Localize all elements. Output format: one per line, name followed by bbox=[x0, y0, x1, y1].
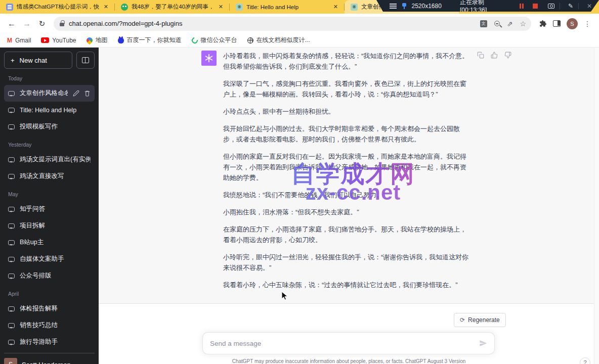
chat-bubble-icon bbox=[8, 223, 15, 229]
lock-icon[interactable] bbox=[60, 23, 64, 26]
share-icon[interactable]: ⇗ bbox=[507, 20, 513, 28]
regenerate-button[interactable]: ⟳ Regenerate bbox=[454, 313, 506, 327]
address-bar[interactable]: chat.openai.com/?model=gpt-4-plugins 文 ⇗… bbox=[54, 17, 531, 31]
sidebar-item[interactable]: 鸡汤文直接改写 bbox=[4, 168, 95, 185]
wechat-icon bbox=[121, 4, 128, 11]
forward-button[interactable]: → bbox=[20, 19, 33, 28]
bookmarks-bar: MGmail YouTube 地图 百度一下，你就知道 微信公众平台 在线文档相… bbox=[0, 33, 599, 48]
tab-title: 情感类ChatGPT核心提示词，快 bbox=[17, 3, 99, 11]
sidebar-item[interactable]: B站up主 bbox=[4, 234, 95, 251]
browser-tab-1[interactable]: 情感类ChatGPT核心提示词，快 ✕ bbox=[0, 0, 114, 14]
chatgpt-avatar bbox=[201, 51, 217, 66]
close-icon[interactable]: ✕ bbox=[103, 4, 109, 10]
user-avatar: S bbox=[4, 358, 17, 364]
edit-pencil-icon[interactable] bbox=[73, 90, 79, 97]
sidebar-item[interactable]: 自媒体文案助手 bbox=[4, 251, 95, 267]
zoom-out-icon[interactable] bbox=[494, 21, 500, 26]
user-name: Scott Henderson bbox=[22, 361, 71, 364]
chat-bubble-icon bbox=[8, 306, 15, 311]
stop-icon[interactable] bbox=[533, 4, 538, 9]
message-input-box[interactable] bbox=[202, 332, 495, 354]
tab-title: Title: Hello and Help bbox=[246, 4, 329, 10]
thumbs-up-icon[interactable] bbox=[491, 52, 498, 59]
section-label-april: April bbox=[4, 284, 95, 300]
bookmark-gmail[interactable]: MGmail bbox=[7, 37, 31, 44]
browser-tab-3[interactable]: Title: Hello and Help ✕ bbox=[230, 0, 344, 14]
chat-bubble-icon bbox=[8, 340, 15, 345]
close-icon[interactable]: ✕ bbox=[332, 4, 339, 10]
paragraph: 小雨抱住我，泪水滑落：“但我不想失去家庭。” bbox=[223, 207, 472, 217]
sidebar-item[interactable]: 项目拆解 bbox=[4, 217, 95, 234]
close-icon[interactable]: ✕ bbox=[218, 4, 224, 10]
bookmark-doc-similarity[interactable]: 在线文档相似度计... bbox=[247, 36, 310, 44]
reload-button[interactable]: ↻ bbox=[35, 19, 49, 28]
chat-bubble-icon bbox=[8, 108, 15, 113]
scrollbar[interactable] bbox=[594, 48, 599, 364]
url-text[interactable]: chat.openai.com/?model=gpt-4-plugins bbox=[69, 20, 480, 27]
baidu-paw-icon bbox=[118, 37, 124, 43]
composer-area: ⟳ Regenerate ChatGPT may produce inaccur… bbox=[99, 304, 599, 364]
bookmark-maps[interactable]: 地图 bbox=[87, 36, 108, 44]
paragraph: 我看着小玲，心中五味杂陈，说：“过去的事情就让它过去吧，我们要珍惜现在。” bbox=[223, 280, 472, 290]
sidebar-item[interactable]: Title: Hello and Help bbox=[4, 102, 95, 118]
sidebar-item[interactable]: 销售技巧总结 bbox=[4, 317, 95, 334]
sidebar-item-selected[interactable]: 文章创作风格命名：风 bbox=[4, 85, 95, 102]
recorder-resolution: 2520x1680 bbox=[411, 3, 441, 10]
section-label-may: May bbox=[4, 185, 95, 201]
paragraph: 但小雨的家庭一直反对我们在一起。因为我家境一般，而她家是本地的富商。我记得有一次… bbox=[223, 151, 472, 183]
close-icon[interactable]: ✕ bbox=[587, 3, 592, 10]
chatgpt-icon bbox=[236, 4, 243, 11]
chat-sidebar: + New chat Today 文章创作风格命名：风 Title: Hello… bbox=[0, 48, 99, 364]
paragraph: 在家庭的压力下，小雨选择了家庭，我们痛苦地分手。那天，我站在学校的操场上，看着小… bbox=[223, 224, 472, 245]
sidebar-item[interactable]: 旅行导游助手 bbox=[4, 334, 95, 350]
side-panel-icon[interactable] bbox=[553, 20, 561, 27]
bookmark-star-icon[interactable]: ☆ bbox=[520, 20, 526, 28]
chat-bubble-icon bbox=[8, 91, 15, 96]
sidebar-item[interactable]: 知乎问答 bbox=[4, 201, 95, 217]
assistant-message: 小玲看着我，眼中闪烁着复杂的情感，轻轻说：“我知道你们之间的事情，我不介意。但我… bbox=[99, 48, 599, 304]
browser-tab-2[interactable]: 我48岁，娶了单位40岁的同事， ✕ bbox=[115, 0, 229, 14]
bookmark-baidu[interactable]: 百度一下，你就知道 bbox=[118, 36, 182, 44]
paragraph: 小玲看着我，眼中闪烁着复杂的情感，轻轻说：“我知道你们之间的事情，我不介意。但我… bbox=[223, 51, 472, 72]
maps-pin-icon bbox=[85, 36, 94, 44]
screen-recorder-toolbar: 2520x1680 正在录制 [00:13:36] ✎ ✕ bbox=[376, 0, 599, 12]
plus-icon: + bbox=[11, 57, 15, 64]
extensions-puzzle-icon[interactable] bbox=[539, 20, 547, 27]
menu-icon[interactable] bbox=[390, 4, 397, 9]
profile-avatar[interactable]: S bbox=[567, 18, 578, 29]
user-menu[interactable]: S Scott Henderson ... bbox=[4, 353, 95, 364]
more-options-icon[interactable]: ... bbox=[88, 361, 95, 364]
chat-bubble-icon bbox=[8, 257, 15, 262]
browser-menu-icon[interactable]: ⋮ bbox=[584, 20, 591, 28]
pin-icon[interactable] bbox=[402, 3, 407, 10]
bookmark-wechat-platform[interactable]: 微信公众平台 bbox=[192, 36, 237, 44]
sidebar-item[interactable]: 鸡汤文提示词直出(有实例) bbox=[4, 151, 95, 168]
message-input[interactable] bbox=[210, 340, 479, 347]
sidebar-item[interactable]: 体检报告解释 bbox=[4, 300, 95, 317]
collapse-sidebar-button[interactable] bbox=[76, 52, 95, 69]
pause-icon[interactable] bbox=[520, 4, 524, 9]
pencil-icon[interactable]: ✎ bbox=[568, 3, 573, 10]
chat-bubble-icon bbox=[8, 207, 15, 212]
thumbs-down-icon[interactable] bbox=[504, 52, 511, 59]
back-button[interactable]: ← bbox=[5, 19, 18, 28]
section-label-today: Today bbox=[4, 69, 95, 85]
bookmark-youtube[interactable]: YouTube bbox=[41, 37, 76, 44]
new-chat-button[interactable]: + New chat bbox=[4, 52, 72, 69]
paragraph: 我开始回忆起与小雨的过去。我们大学时期非常相爱，每个周末都会一起去公园散步，或者… bbox=[223, 123, 472, 145]
copy-icon[interactable] bbox=[477, 52, 484, 59]
paragraph: 小玲听完，眼中闪过一丝泪光，轻轻握住我的手，说：“谢谢你告诉我，我知道这对你来说… bbox=[223, 252, 472, 273]
section-label-yesterday: Yesterday bbox=[4, 135, 95, 151]
regenerate-icon: ⟳ bbox=[460, 316, 465, 324]
sidebar-item[interactable]: 投喂模板写作 bbox=[4, 118, 95, 135]
chat-bubble-icon bbox=[8, 323, 15, 328]
openai-logo-icon bbox=[204, 53, 214, 63]
globe-icon bbox=[247, 37, 253, 43]
camera-icon[interactable] bbox=[548, 4, 554, 9]
sidebar-item[interactable]: 公众号排版 bbox=[4, 267, 95, 284]
translate-icon[interactable]: 文 bbox=[480, 20, 487, 27]
delete-trash-icon[interactable] bbox=[84, 90, 91, 97]
recording-status: 正在录制 [00:13:36] bbox=[460, 0, 511, 14]
tab-title: 我48岁，娶了单位40岁的同事， bbox=[132, 3, 214, 11]
send-icon[interactable] bbox=[479, 339, 487, 347]
